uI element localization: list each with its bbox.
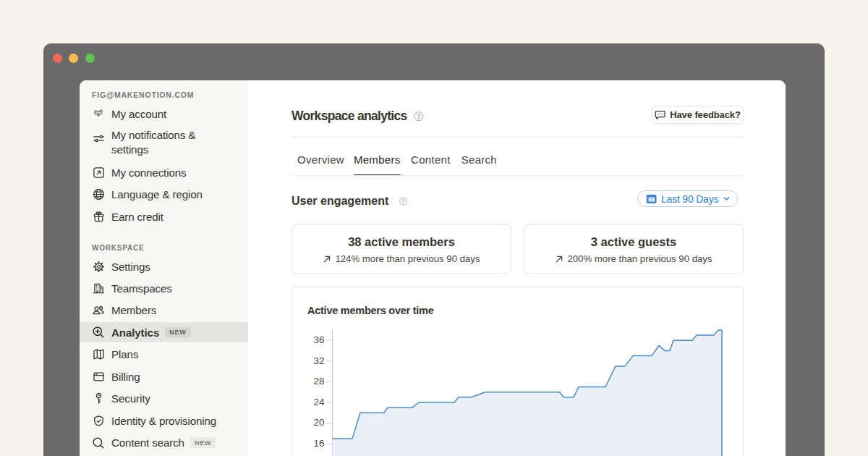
svg-text:28: 28 xyxy=(313,376,324,387)
svg-text:16: 16 xyxy=(313,438,324,449)
svg-text:24: 24 xyxy=(313,397,325,408)
svg-text:20: 20 xyxy=(313,417,324,428)
svg-text:32: 32 xyxy=(313,355,324,366)
svg-text:36: 36 xyxy=(313,334,324,345)
